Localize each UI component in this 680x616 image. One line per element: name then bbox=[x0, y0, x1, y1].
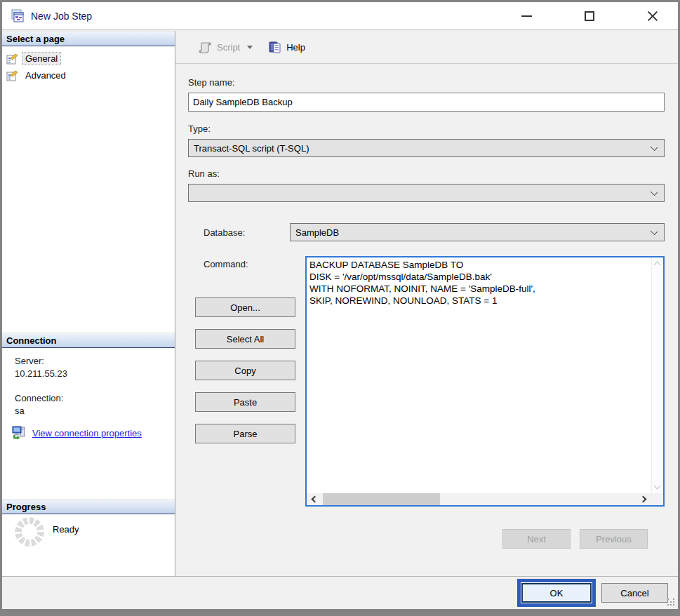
dialog-icon bbox=[11, 9, 25, 23]
page-icon bbox=[6, 70, 18, 81]
progress-header: Progress bbox=[2, 499, 175, 514]
chevron-down-icon bbox=[651, 228, 658, 235]
sidebar-item-label: General bbox=[22, 53, 60, 65]
chevron-down-icon bbox=[651, 189, 658, 196]
script-scroll-icon bbox=[199, 41, 213, 53]
view-connection-properties-link[interactable]: View connection properties bbox=[12, 426, 142, 440]
progress-status: Ready bbox=[53, 524, 79, 535]
run-as-select[interactable] bbox=[188, 184, 665, 202]
scroll-left-icon[interactable] bbox=[312, 496, 319, 503]
sidebar-item-advanced[interactable]: Advanced bbox=[6, 68, 69, 83]
scroll-right-icon[interactable] bbox=[640, 496, 647, 503]
command-textarea[interactable]: BACKUP DATABASE SampleDB TO DISK = '/var… bbox=[305, 256, 665, 507]
server-connection-icon bbox=[12, 426, 27, 440]
script-button[interactable]: Script bbox=[199, 41, 253, 53]
server-value: 10.211.55.23 bbox=[15, 368, 67, 379]
open-button[interactable]: Open... bbox=[195, 297, 295, 317]
help-button[interactable]: Help bbox=[268, 41, 305, 54]
sidebar-item-general[interactable]: General bbox=[6, 51, 60, 66]
script-dropdown-caret-icon bbox=[247, 46, 253, 49]
select-all-button[interactable]: Select All bbox=[195, 329, 295, 349]
help-label: Help bbox=[286, 42, 305, 53]
minimize-icon bbox=[521, 15, 532, 17]
sidebar: Select a page General bbox=[2, 31, 175, 576]
server-label: Server: bbox=[15, 356, 44, 366]
parse-button[interactable]: Parse bbox=[195, 424, 295, 443]
type-label: Type: bbox=[188, 123, 665, 134]
step-name-input[interactable] bbox=[188, 93, 665, 112]
database-selected-value: SampleDB bbox=[295, 227, 339, 238]
type-selected-value: Transact-SQL script (T-SQL) bbox=[194, 143, 309, 154]
cancel-button[interactable]: Cancel bbox=[601, 583, 668, 603]
type-select[interactable]: Transact-SQL script (T-SQL) bbox=[188, 139, 665, 157]
scroll-up-icon[interactable] bbox=[654, 262, 661, 269]
help-book-icon bbox=[268, 41, 282, 54]
database-label: Database: bbox=[188, 227, 290, 238]
main-panel: Script Help bbox=[175, 31, 678, 576]
script-label: Script bbox=[217, 42, 240, 53]
copy-button[interactable]: Copy bbox=[195, 361, 295, 380]
titlebar: New Job Step bbox=[2, 2, 678, 30]
command-text[interactable]: BACKUP DATABASE SampleDB TO DISK = '/var… bbox=[307, 257, 651, 493]
chevron-down-icon bbox=[651, 144, 658, 151]
page-icon bbox=[6, 53, 18, 65]
spinner-icon bbox=[15, 517, 44, 547]
maximize-icon bbox=[585, 11, 594, 21]
close-button[interactable] bbox=[646, 9, 660, 23]
minimize-button[interactable] bbox=[519, 9, 533, 23]
horizontal-scrollbar[interactable] bbox=[307, 493, 651, 505]
footer: OK Cancel bbox=[2, 576, 678, 609]
connection-value: sa bbox=[15, 406, 25, 416]
sidebar-item-label: Advanced bbox=[22, 69, 69, 81]
dialog-title: New Job Step bbox=[31, 11, 92, 22]
run-as-label: Run as: bbox=[188, 168, 665, 179]
database-select[interactable]: SampleDB bbox=[290, 223, 665, 241]
toolbar: Script Help bbox=[175, 31, 678, 64]
command-label: Command: bbox=[204, 256, 305, 269]
previous-button[interactable]: Previous bbox=[580, 529, 648, 549]
ok-button[interactable]: OK bbox=[521, 583, 592, 603]
scrollbar-corner bbox=[651, 493, 663, 505]
new-job-step-dialog: New Job Step Select a page bbox=[0, 0, 680, 616]
resize-grip-icon[interactable] bbox=[667, 598, 676, 607]
maximize-button[interactable] bbox=[582, 9, 596, 23]
horizontal-scroll-thumb[interactable] bbox=[323, 493, 440, 505]
scroll-down-icon[interactable] bbox=[654, 483, 661, 490]
paste-button[interactable]: Paste bbox=[195, 392, 295, 412]
ok-button-highlight: OK bbox=[517, 579, 596, 607]
select-a-page-header: Select a page bbox=[2, 31, 175, 46]
step-name-label: Step name: bbox=[188, 77, 665, 88]
connection-header: Connection bbox=[2, 333, 175, 348]
connection-label: Connection: bbox=[15, 393, 63, 403]
close-icon bbox=[647, 11, 658, 22]
vertical-scrollbar[interactable] bbox=[651, 257, 663, 493]
view-connection-properties-label: View connection properties bbox=[32, 428, 142, 438]
next-button[interactable]: Next bbox=[502, 529, 571, 549]
